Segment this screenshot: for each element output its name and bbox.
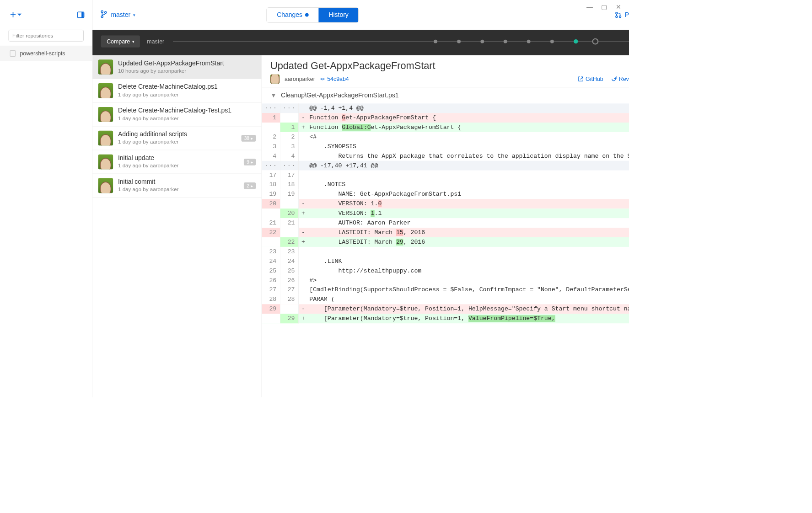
- diff-code: .NOTES: [308, 180, 629, 189]
- commit-title: Updated Get-AppxPackageFromStart: [118, 59, 256, 67]
- line-number-new: 23: [280, 247, 299, 256]
- diff-row: 20+ VERSION: 1.1: [262, 208, 629, 218]
- diff-row: 1919 NAME: Get-AppxPackageFromStart.ps1: [262, 189, 629, 199]
- minimize-button[interactable]: —: [586, 5, 593, 9]
- chevron-down-icon: [17, 12, 22, 17]
- diff-sign: [299, 294, 308, 304]
- maximize-button[interactable]: ▢: [601, 5, 607, 9]
- diff-sign: [299, 161, 308, 171]
- diff-row: 1+Function Global:Get-AppxPackageFromSta…: [262, 123, 629, 132]
- commit-file-count-badge: 2 ▸: [244, 182, 256, 189]
- commit-timeline[interactable]: [173, 41, 629, 42]
- add-repo-button[interactable]: +: [10, 9, 22, 21]
- diff-sha-link[interactable]: 54c9ab4: [320, 76, 349, 82]
- commit-meta: 1 day ago by aaronparker: [118, 91, 256, 97]
- timeline-node[interactable]: [457, 40, 461, 43]
- line-number-new: 17: [280, 171, 299, 180]
- line-number-new: 2: [280, 132, 299, 142]
- diff-row: 29- [Parameter(Mandatory=$true, Position…: [262, 304, 629, 314]
- avatar: [98, 83, 113, 98]
- revert-icon: [611, 76, 617, 82]
- line-number-new: 28: [280, 294, 299, 304]
- diff-code: .SYNOPSIS: [308, 142, 629, 151]
- chevron-down-icon: ▼: [270, 92, 277, 99]
- tab-history[interactable]: History: [319, 8, 359, 22]
- commit-title: Initial commit: [118, 178, 239, 186]
- line-number-old: [262, 237, 280, 247]
- line-number-old: 29: [262, 304, 280, 314]
- diff-table[interactable]: ······@@ -1,4 +1,4 @@1-Function Get-Appx…: [262, 103, 629, 397]
- line-number-new: 26: [280, 276, 299, 285]
- line-number-new: [280, 199, 299, 208]
- line-number-new: 21: [280, 218, 299, 228]
- svg-point-6: [322, 78, 323, 80]
- diff-code: <#: [308, 132, 629, 142]
- timeline-node[interactable]: [480, 40, 484, 43]
- diff-row: ······@@ -17,40 +17,41 @@: [262, 161, 629, 171]
- diff-sign: -: [299, 199, 308, 208]
- pane-toggle-icon[interactable]: [77, 12, 84, 18]
- line-number-new: 27: [280, 285, 299, 295]
- diff-row: 1717: [262, 171, 629, 180]
- diff-row: 2525 http://stealthpuppy.com: [262, 266, 629, 276]
- diff-code: PARAM (: [308, 294, 629, 304]
- diff-sign: [299, 180, 308, 189]
- diff-code: LASTEDIT: March 29, 2016: [308, 237, 629, 247]
- open-github-button[interactable]: GitHub: [578, 76, 603, 82]
- svg-point-0: [101, 11, 103, 12]
- avatar: [270, 75, 280, 84]
- close-button[interactable]: ✕: [616, 5, 621, 9]
- filter-repositories-input[interactable]: [9, 30, 84, 42]
- line-number-old: 25: [262, 266, 280, 276]
- avatar: [98, 131, 113, 146]
- window-controls: — ▢ ✕: [579, 0, 629, 14]
- diff-sign: [299, 247, 308, 256]
- diff-code: [308, 171, 629, 180]
- commit-file-count-badge: 9 ▸: [244, 159, 256, 166]
- line-number-old: 21: [262, 218, 280, 228]
- svg-point-4: [616, 16, 618, 17]
- timeline-head-node[interactable]: [592, 38, 598, 45]
- timeline-node[interactable]: [504, 40, 507, 43]
- line-number-new: 25: [280, 266, 299, 276]
- file-path: Cleanup\Get-AppxPackageFromStart.ps1: [281, 92, 398, 99]
- diff-sign: [299, 151, 308, 161]
- line-number-new: [280, 228, 299, 237]
- diff-row: 44 Returns the AppX package that correla…: [262, 151, 629, 161]
- line-number-old: 20: [262, 199, 280, 208]
- repo-name: powershell-scripts: [20, 50, 65, 57]
- commit-item[interactable]: Updated Get-AppxPackageFromStart10 hours…: [92, 55, 261, 79]
- diff-row: 22+ LASTEDIT: March 29, 2016: [262, 237, 629, 247]
- commit-meta: 1 day ago by aaronparker: [118, 163, 239, 169]
- line-number-old: 26: [262, 276, 280, 285]
- repo-item[interactable]: powershell-scripts: [0, 46, 92, 61]
- commit-item[interactable]: Initial commit1 day ago by aaronparker2 …: [92, 174, 261, 198]
- diff-code: [Parameter(Mandatory=$true, Position=1, …: [308, 314, 629, 323]
- main: master Changes History Pull request: [92, 0, 629, 397]
- diff-row: ······@@ -1,4 +1,4 @@: [262, 103, 629, 113]
- compare-button[interactable]: Compare: [101, 35, 140, 47]
- commit-item[interactable]: Delete Create-MachineCatalog-Test.ps11 d…: [92, 103, 261, 127]
- timeline-node[interactable]: [527, 40, 531, 43]
- line-number-old: 22: [262, 228, 280, 237]
- timeline-node[interactable]: [574, 39, 578, 43]
- diff-row: 2727[CmdletBinding(SupportsShouldProcess…: [262, 285, 629, 295]
- timeline-node[interactable]: [550, 40, 554, 43]
- timeline-node[interactable]: [434, 40, 437, 43]
- external-link-icon: [578, 76, 583, 82]
- file-header[interactable]: ▼ Cleanup\Get-AppxPackageFromStart.ps1: [262, 87, 629, 104]
- line-number-old: [262, 123, 280, 132]
- commit-icon: [320, 76, 325, 81]
- diff-code: http://stealthpuppy.com: [308, 266, 629, 276]
- revert-button[interactable]: Revert: [611, 76, 629, 82]
- commit-item[interactable]: Adding additional scripts1 day ago by aa…: [92, 127, 261, 150]
- commit-item[interactable]: Initial update1 day ago by aaronparker9 …: [92, 150, 261, 174]
- branch-selector[interactable]: master: [100, 10, 135, 20]
- commit-meta: 10 hours ago by aaronparker: [118, 68, 256, 74]
- tab-changes[interactable]: Changes: [267, 8, 319, 22]
- commit-meta: 1 day ago by aaronparker: [118, 115, 256, 121]
- svg-point-1: [101, 16, 103, 17]
- repo-icon: [10, 50, 16, 57]
- diff-code: @@ -1,4 +1,4 @@: [308, 103, 629, 113]
- commit-item[interactable]: Delete Create-MachineCatalog.ps11 day ag…: [92, 79, 261, 103]
